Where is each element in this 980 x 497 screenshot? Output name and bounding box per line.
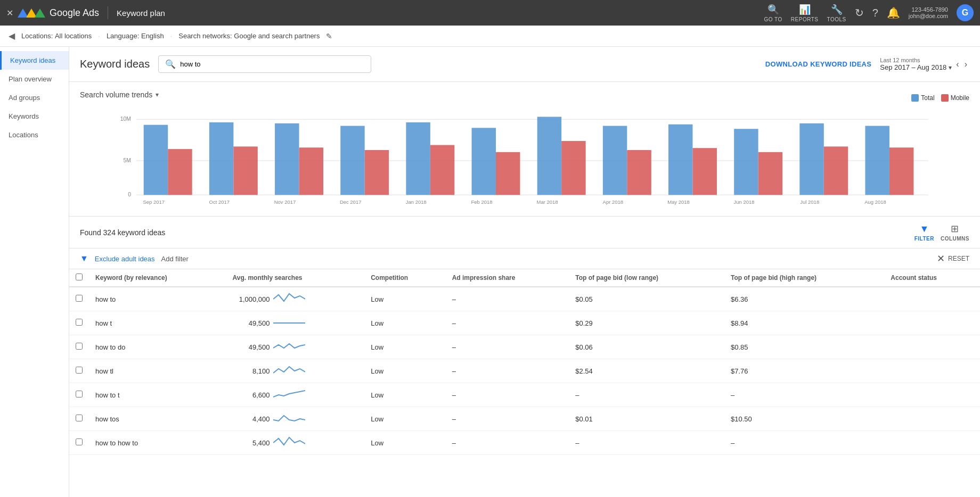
reset-close-icon[interactable]: ✕ [937,253,945,264]
bar-chart-container: 10M 5M 0 Sep 2017 Oct 2017 [80,112,969,208]
nav-divider [108,6,108,19]
row-checkbox[interactable] [76,295,83,302]
chart-section: Search volume trends ▾ Total Mobile [69,82,980,217]
legend-total-label: Total [921,94,934,102]
row-account-status [884,383,980,407]
keyword-search-box[interactable]: 🔍 [158,55,371,73]
col-account-status: Account status [884,269,980,287]
tools-label: TOOLS [827,16,846,22]
user-avatar[interactable]: G [957,4,974,21]
svg-text:Aug 2018: Aug 2018 [864,199,886,205]
columns-button[interactable]: ⊞ COLUMNS [941,223,969,242]
date-range-info: Last 12 months Sep 2017 – Aug 2018 ▾ [880,57,952,71]
collapse-button[interactable]: ◀ [9,31,15,41]
table-toolbar: Found 324 keyword ideas ▼ FILTER ⊞ COLUM… [69,217,980,248]
col-monthly-searches: Avg. monthly searches [226,269,365,287]
sidebar-item-locations[interactable]: Locations [0,126,69,144]
date-range-prev-button[interactable]: ‹ [954,59,961,70]
keyword-table: Keyword (by relevance) Avg. monthly sear… [69,269,980,455]
filter-button[interactable]: ▼ FILTER [914,223,934,242]
row-checkbox[interactable] [76,391,83,397]
svg-text:Dec 2017: Dec 2017 [340,199,362,205]
row-checkbox-cell [69,383,89,407]
row-checkbox-cell [69,311,89,335]
row-competition: Low [364,311,446,335]
filter-sep1: · [98,32,100,40]
row-bid-high: $10.50 [724,407,884,431]
sidebar-item-keywords[interactable]: Keywords [0,107,69,126]
row-search-count: 4,400 [233,415,270,423]
row-competition: Low [364,335,446,359]
chart-dropdown-icon[interactable]: ▾ [156,91,159,98]
sparkline [273,317,305,329]
table-section: Found 324 keyword ideas ▼ FILTER ⊞ COLUM… [69,217,980,455]
ki-header-right: DOWNLOAD KEYWORD IDEAS Last 12 months Se… [765,57,969,71]
download-keyword-ideas-button[interactable]: DOWNLOAD KEYWORD IDEAS [765,60,871,68]
bar-mobile-9 [758,152,782,195]
bar-mobile-2 [299,147,323,195]
table-row: how tl 8,100 Low – $2.54 $7.76 [69,359,980,383]
date-range-label: Last 12 months [880,57,952,63]
row-keyword: how to [89,287,226,311]
row-account-status [884,311,980,335]
svg-text:Feb 2018: Feb 2018 [471,199,492,205]
row-checkbox[interactable] [76,319,83,326]
reset-label[interactable]: RESET [948,255,969,262]
found-keywords-text: Found 324 keyword ideas [80,228,908,237]
row-bid-low: $0.05 [569,287,724,311]
row-account-status [884,431,980,455]
row-searches: 49,500 [226,311,365,335]
language-filter: Language: English [107,32,164,40]
row-checkbox[interactable] [76,367,83,374]
search-icon: 🔍 [767,4,779,15]
app-name: Google Ads [50,7,99,19]
notifications-button[interactable]: 🔔 [887,6,900,19]
refresh-button[interactable]: ↻ [855,6,864,19]
close-button[interactable]: ✕ [6,8,13,18]
help-button[interactable]: ? [872,7,878,19]
date-range-selector: Last 12 months Sep 2017 – Aug 2018 ▾ ‹ › [880,57,969,71]
row-competition: Low [364,431,446,455]
filter-row: ▼ Exclude adult ideas Add filter ✕ RESET [69,248,980,269]
row-checkbox-cell [69,431,89,455]
sidebar-item-plan-overview[interactable]: Plan overview [0,70,69,88]
row-checkbox-cell [69,287,89,311]
sidebar-item-ad-groups[interactable]: Ad groups [0,88,69,107]
row-checkbox[interactable] [76,343,83,350]
row-competition: Low [364,407,446,431]
row-competition: Low [364,383,446,407]
bar-mobile-4 [430,145,454,195]
select-all-checkbox[interactable] [76,274,83,280]
svg-text:Jul 2018: Jul 2018 [800,199,819,205]
row-account-status [884,407,980,431]
sidebar-label-keywords: Keywords [9,112,39,120]
row-bid-high: $0.85 [724,335,884,359]
tools-icon-group[interactable]: 🔧 TOOLS [827,4,846,22]
user-info: 123-456-7890 john@doe.com [909,6,948,19]
svg-text:Sep 2017: Sep 2017 [143,199,165,205]
goto-icon-group[interactable]: 🔍 GO TO [764,4,782,22]
row-bid-low: $2.54 [569,359,724,383]
row-checkbox[interactable] [76,438,83,445]
exclude-adult-filter[interactable]: Exclude adult ideas [95,255,155,263]
goto-label: GO TO [764,16,782,22]
bar-total-0 [144,125,168,195]
reports-icon-group[interactable]: 📊 REPORTS [791,4,819,22]
row-checkbox[interactable] [76,415,83,421]
chart-title: Search volume trends [80,90,152,99]
date-range-dropdown-icon[interactable]: ▾ [949,64,952,71]
reports-label: REPORTS [791,16,819,22]
row-search-count: 5,400 [233,439,270,447]
row-search-count: 49,500 [233,343,270,351]
chart-legend: Total Mobile [911,94,969,102]
search-icon-small: 🔍 [165,59,176,69]
keyword-search-input[interactable] [180,60,364,68]
filter-row-right: ✕ RESET [937,253,969,264]
edit-filter-button[interactable]: ✎ [326,32,332,40]
add-filter-button[interactable]: Add filter [161,255,189,263]
date-range-next-button[interactable]: › [962,59,969,70]
row-impression-share: – [446,311,569,335]
svg-text:Jun 2018: Jun 2018 [734,199,755,205]
row-checkbox-cell [69,335,89,359]
sidebar-item-keyword-ideas[interactable]: Keyword ideas [0,51,69,70]
